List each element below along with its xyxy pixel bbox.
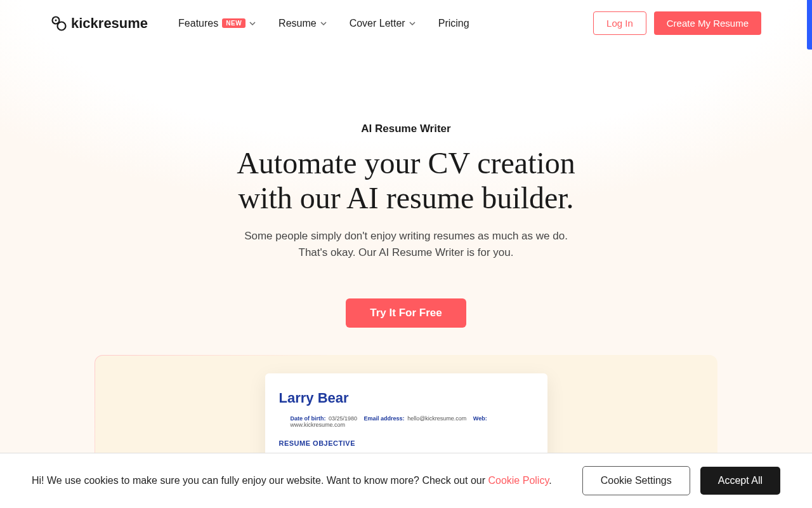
resume-name: Larry Bear [279,390,534,406]
site-header: kickresume Features NEW Resume Cover Let… [0,0,812,46]
email-label: Email address: [364,415,405,422]
nav-pricing[interactable]: Pricing [438,18,469,29]
nav-features[interactable]: Features NEW [178,18,256,29]
hero-eyebrow: AI Resume Writer [25,123,787,135]
hero-section: AI Resume Writer Automate your CV creati… [0,46,812,508]
cookie-message: Hi! We use cookies to make sure you can … [32,475,488,486]
logo-text: kickresume [71,15,148,32]
email-value: hello@kickresume.com [407,415,466,422]
nav-cover-letter-label: Cover Letter [350,18,405,29]
dob-value: 03/25/1980 [329,415,357,422]
nav-features-label: Features [178,18,218,29]
try-free-button[interactable]: Try It For Free [346,298,466,328]
chevron-down-icon [320,20,327,27]
nav-pricing-label: Pricing [438,18,469,29]
new-badge: NEW [222,18,246,28]
svg-point-1 [58,22,66,30]
cookie-banner: Hi! We use cookies to make sure you can … [0,453,812,508]
nav-resume-label: Resume [278,18,317,29]
cookie-period: . [549,475,551,486]
feedback-tab[interactable] [807,0,812,50]
accept-all-button[interactable]: Accept All [700,467,780,495]
resume-meta: Date of birth: 03/25/1980 Email address:… [291,415,534,428]
nav-cover-letter[interactable]: Cover Letter [350,18,416,29]
hero-sub-line2: That's okay. Our AI Resume Writer is for… [299,246,514,258]
svg-point-2 [55,19,57,21]
cookie-text: Hi! We use cookies to make sure you can … [32,473,572,488]
hero-sub-line1: Some people simply don't enjoy writing r… [244,230,568,242]
chevron-down-icon [409,20,416,27]
logo[interactable]: kickresume [51,15,148,32]
cookie-policy-link[interactable]: Cookie Policy [488,475,549,486]
header-actions: Log In Create My Resume [593,11,761,35]
hero-title-line1: Automate your CV creation [237,146,575,180]
hero-title: Automate your CV creation with our AI re… [25,145,787,215]
hero-subtitle: Some people simply don't enjoy writing r… [25,228,787,260]
create-resume-button[interactable]: Create My Resume [654,11,761,35]
dob-label: Date of birth: [291,415,326,422]
hero-title-line2: with our AI resume builder. [238,181,573,215]
cookie-settings-button[interactable]: Cookie Settings [582,466,690,495]
login-button[interactable]: Log In [593,11,646,35]
nav-resume[interactable]: Resume [278,18,327,29]
main-nav: Features NEW Resume Cover Letter Pricing [178,18,469,29]
web-label: Web: [473,415,487,422]
chevron-down-icon [249,20,256,27]
web-value: www.kickresume.com [291,422,346,428]
resume-objective-heading: RESUME OBJECTIVE [279,439,534,447]
logo-icon [51,15,67,32]
